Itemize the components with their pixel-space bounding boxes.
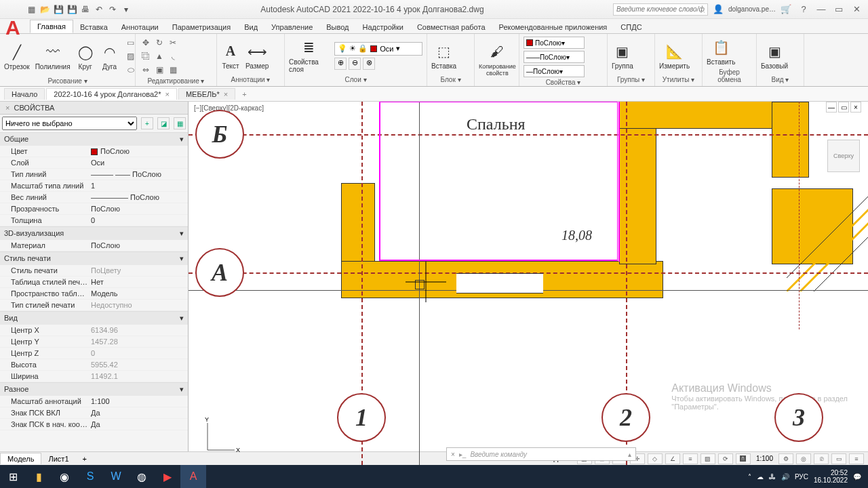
app-menu-icon[interactable]: A (5, 16, 20, 39)
tray-notification-icon[interactable]: 💬 (853, 473, 861, 481)
tab-recommended[interactable]: Рекомендованные приложения (492, 21, 614, 33)
rotate-icon[interactable]: ↻ (153, 37, 165, 49)
add-layout-button[interactable]: + (76, 453, 94, 464)
prop-row[interactable]: Высота5955.42 (0, 359, 188, 371)
prop-row[interactable]: Таблица стилей печ…Нет (0, 277, 188, 288)
drawing-canvas[interactable]: [−][Сверху][2D-каркас] —▭× Сверху Спальн (189, 102, 868, 465)
panel-annot-label[interactable]: Аннотации ▾ (221, 75, 280, 83)
stretch-icon[interactable]: ⇔ (140, 64, 152, 76)
nav-close-icon[interactable]: × (850, 102, 861, 113)
scale-icon[interactable]: ▣ (153, 64, 165, 76)
tray-volume-icon[interactable]: 🔊 (781, 473, 789, 481)
tab-collab[interactable]: Совместная работа (410, 21, 492, 33)
arc-button[interactable]: ◠Дуга (100, 43, 119, 70)
chrome-icon[interactable]: ◉ (52, 465, 77, 488)
layer-props-button[interactable]: ≣Свойства слоя (289, 38, 329, 73)
gear-icon[interactable]: ⚙ (778, 453, 793, 464)
signin-icon[interactable]: 👤 (711, 2, 726, 17)
tab-parametric[interactable]: Параметризация (165, 21, 237, 33)
layer-tool-icon[interactable]: ⊖ (349, 58, 361, 70)
prop-row[interactable]: Вес линий————— ПоСлою (0, 192, 188, 203)
viewport-controls[interactable]: [−][Сверху][2D-каркас] (194, 104, 264, 112)
tab-addins[interactable]: Надстройки (356, 21, 410, 33)
prop-row[interactable]: Масштаб типа линий1 (0, 180, 188, 192)
panel-utils-label[interactable]: Утилиты ▾ (659, 75, 698, 83)
filetab-mebel[interactable]: МЕБЕЛЬ*× (178, 88, 235, 100)
rect-icon[interactable]: ▭ (125, 37, 137, 49)
tray-lang[interactable]: РУС (795, 473, 808, 481)
close-icon[interactable]: × (165, 90, 170, 98)
pickadd-icon[interactable]: + (141, 117, 153, 129)
prop-row[interactable]: Тип стилей печатиНедоступно (0, 300, 188, 311)
panel-props-label[interactable]: Свойства ▾ (524, 77, 603, 86)
linetype-combo[interactable]: — ПоСлою ▾ (524, 65, 585, 77)
panel-modify-label[interactable]: Редактирование ▾ (140, 76, 212, 85)
layer-tool-icon[interactable]: ⊕ (334, 58, 347, 70)
qat-redo-icon[interactable]: ↷ (107, 4, 118, 15)
tab-sheet1[interactable]: Лист1 (41, 453, 75, 464)
array-icon[interactable]: ▦ (167, 64, 179, 76)
prop-row[interactable]: Знак ПСК ВКЛДа (0, 407, 188, 419)
qat-saveas-icon[interactable]: 💾 (66, 4, 77, 15)
otrack-toggle[interactable]: ∠ (665, 453, 680, 464)
maximize-icon[interactable]: ▭ (831, 2, 846, 17)
layer-combo[interactable]: 💡 ☀ 🔒 Оси ▾ (334, 42, 422, 56)
tab-annotate[interactable]: Аннотации (115, 21, 165, 33)
tray-network-icon[interactable]: 🖧 (769, 473, 776, 481)
qat-undo-icon[interactable]: ↶ (94, 4, 104, 15)
color-combo[interactable]: ПоСлою ▾ (524, 37, 585, 49)
panel-layers-label[interactable]: Слои ▾ (289, 75, 422, 83)
tray-onedrive-icon[interactable]: ☁ (757, 473, 764, 481)
prop-group-header[interactable]: Общие▾ (0, 132, 188, 146)
prop-row[interactable]: Толщина0 (0, 215, 188, 226)
start-button[interactable]: ⊞ (0, 465, 26, 488)
mirror-icon[interactable]: ▲ (153, 50, 165, 62)
qat-open-icon[interactable]: 📂 (39, 4, 50, 15)
skype-icon[interactable]: S (77, 465, 103, 488)
basket-icon[interactable]: 🛒 (778, 2, 793, 17)
close-icon[interactable]: × (224, 90, 228, 98)
trim-icon[interactable]: ✂ (167, 37, 179, 49)
nav-max-icon[interactable]: ▭ (838, 102, 849, 113)
minimize-icon[interactable]: — (814, 2, 829, 17)
prop-group-header[interactable]: Разное▾ (0, 382, 188, 396)
cleanscreen-icon[interactable]: ▭ (831, 453, 846, 464)
viewcube[interactable]: Сверху (827, 140, 860, 172)
custom-icon[interactable]: ≡ (849, 453, 864, 464)
copy-icon[interactable]: ⿻ (140, 50, 152, 62)
prop-group-header[interactable]: Вид▾ (0, 311, 188, 325)
osnap-toggle[interactable]: ◇ (648, 453, 663, 464)
ellipse-icon[interactable]: ⬭ (125, 64, 137, 76)
close-icon[interactable]: × (451, 451, 455, 458)
quickselect-icon[interactable]: ▦ (174, 117, 186, 129)
tab-spds[interactable]: СПДС (614, 21, 648, 33)
nav-min-icon[interactable]: — (826, 102, 837, 113)
tab-home[interactable]: Главная (30, 20, 73, 33)
text-button[interactable]: AТекст (221, 42, 240, 70)
obs-icon[interactable]: ◍ (129, 465, 155, 488)
paste-button[interactable]: 📋Вставить (707, 38, 735, 66)
qat-plot-icon[interactable]: 🖶 (80, 4, 91, 15)
tab-manage[interactable]: Управление (264, 21, 319, 33)
matchprop-button[interactable]: 🖌Копирование свойств (479, 43, 516, 77)
status-scale[interactable]: 1:100 (753, 455, 776, 462)
prop-group-header[interactable]: 3D-визуализация▾ (0, 226, 188, 240)
prop-row[interactable]: ПрозрачностьПоСлою (0, 203, 188, 215)
lwt-toggle[interactable]: ≡ (683, 453, 698, 464)
selection-combo[interactable]: Ничего не выбрано (2, 117, 137, 130)
word-icon[interactable]: W (103, 465, 129, 488)
prop-row[interactable]: Центр X6134.96 (0, 325, 188, 336)
move-icon[interactable]: ✥ (140, 37, 152, 49)
tray-chevron-icon[interactable]: ˄ (748, 473, 751, 481)
youtube-icon[interactable]: ▶ (155, 465, 180, 488)
dimension-button[interactable]: ⟷Размер (245, 42, 269, 70)
lineweight-combo[interactable]: —— ПоСлою ▾ (524, 51, 585, 63)
line-button[interactable]: ╱Отрезок (4, 43, 30, 70)
panel-groups-label[interactable]: Группы ▾ (612, 75, 650, 83)
prop-row[interactable]: ЦветПоСлою (0, 146, 188, 157)
prop-row[interactable]: Масштаб аннотаций1:100 (0, 396, 188, 407)
prop-row[interactable]: СлойОси (0, 157, 188, 169)
qat-dropdown-icon[interactable]: ▾ (121, 4, 132, 15)
transparency-toggle[interactable]: ▨ (701, 453, 715, 464)
tab-model[interactable]: Модель (0, 453, 41, 464)
